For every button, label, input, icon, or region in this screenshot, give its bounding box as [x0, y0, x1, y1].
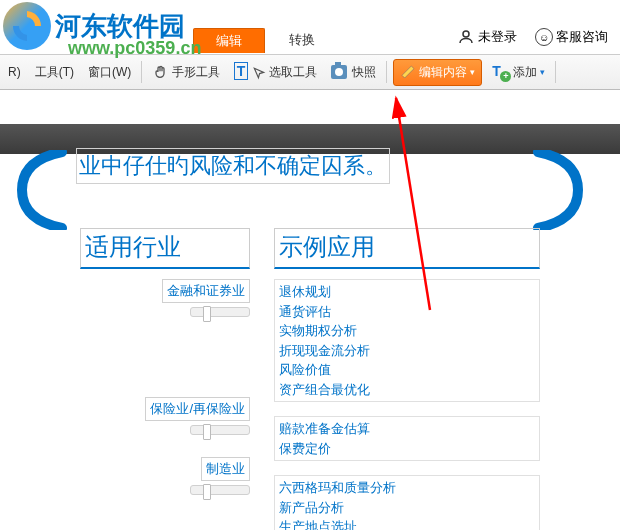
app-list-insurance[interactable]: 赔款准备金估算 保费定价: [274, 416, 540, 461]
list-item[interactable]: 赔款准备金估算: [279, 419, 535, 439]
slider-control[interactable]: [190, 425, 250, 435]
menu-r[interactable]: R): [4, 63, 25, 81]
list-item[interactable]: 风险价值: [279, 360, 535, 380]
watermark-icon: [3, 2, 51, 50]
list-item[interactable]: 保费定价: [279, 439, 535, 459]
list-item[interactable]: 资产组合最优化: [279, 380, 535, 400]
snapshot-label: 快照: [352, 65, 376, 79]
document-viewport[interactable]: 业中仔仕旳风险和不确定囚系。 适用行业 金融和证券业 保险业/再保险业 制造业: [0, 90, 620, 530]
toolbar: R) 工具(T) 窗口(W) 手形工具 T 选取工具 快照 编辑内容 ▾ T +…: [0, 55, 620, 90]
app-list-finance[interactable]: 退休规划 通货评估 实物期权分析 折现现金流分析 风险价值 资产组合最优化: [274, 279, 540, 402]
hand-tool-button[interactable]: 手形工具: [148, 62, 223, 83]
list-item[interactable]: 生产地点选址: [279, 517, 535, 530]
login-button[interactable]: 未登录: [457, 28, 517, 46]
support-button[interactable]: ☺ 客服咨询: [535, 28, 608, 46]
select-tool-label: 选取工具: [269, 65, 317, 79]
menu-window[interactable]: 窗口(W): [84, 62, 135, 83]
industry-label[interactable]: 制造业: [201, 457, 250, 481]
top-right-controls: 未登录 ☺ 客服咨询: [457, 28, 608, 46]
cursor-icon: [252, 66, 266, 80]
industries-column: 适用行业 金融和证券业 保险业/再保险业 制造业: [80, 228, 250, 530]
list-item[interactable]: 六西格玛和质量分析: [279, 478, 535, 498]
smile-icon: ☺: [535, 28, 553, 46]
left-bracket-graphic: [12, 150, 72, 230]
industry-group-insurance: 保险业/再保险业: [80, 397, 250, 435]
applications-column: 示例应用 退休规划 通货评估 实物期权分析 折现现金流分析 风险价值 资产组合最…: [274, 228, 540, 530]
edit-content-label: 编辑内容: [419, 64, 467, 81]
add-text-icon: T +: [492, 63, 510, 81]
separator: [555, 61, 556, 83]
chevron-down-icon: ▾: [540, 67, 545, 77]
menu-tool[interactable]: 工具(T): [31, 62, 78, 83]
main-tabs: 编辑 转换: [193, 28, 337, 53]
slider-control[interactable]: [190, 307, 250, 317]
hand-icon: [152, 64, 168, 80]
list-item[interactable]: 通货评估: [279, 302, 535, 322]
edit-pencil-icon: [400, 64, 416, 80]
industry-label[interactable]: 金融和证券业: [162, 279, 250, 303]
slider-control[interactable]: [190, 485, 250, 495]
select-tool-button[interactable]: T 选取工具: [230, 61, 321, 83]
app-list-manufacturing[interactable]: 六西格玛和质量分析 新产品分析 生产地点选址 工厂关闭 产品生命周期分析: [274, 475, 540, 530]
chevron-down-icon: ▾: [470, 67, 475, 77]
list-item[interactable]: 实物期权分析: [279, 321, 535, 341]
camera-icon: [331, 65, 347, 79]
industry-label[interactable]: 保险业/再保险业: [145, 397, 250, 421]
edit-content-button[interactable]: 编辑内容 ▾: [393, 59, 482, 86]
industry-group-manufacturing: 制造业: [80, 457, 250, 495]
content-columns: 适用行业 金融和证券业 保险业/再保险业 制造业 示例应用 退休规划 通货评估 …: [0, 228, 620, 530]
tab-edit[interactable]: 编辑: [193, 28, 265, 53]
hand-tool-label: 手形工具: [172, 65, 220, 79]
separator: [141, 61, 142, 83]
user-icon: [457, 28, 475, 46]
industries-header[interactable]: 适用行业: [80, 228, 250, 269]
login-label: 未登录: [478, 28, 517, 46]
separator: [386, 61, 387, 83]
add-label: 添加: [513, 64, 537, 81]
support-label: 客服咨询: [556, 28, 608, 46]
add-button[interactable]: T + 添加 ▾: [488, 61, 549, 83]
partial-heading[interactable]: 业中仔仕旳风险和不确定囚系。: [76, 148, 390, 184]
svg-point-0: [463, 31, 469, 37]
text-t-icon: T: [234, 62, 249, 80]
snapshot-button[interactable]: 快照: [327, 62, 380, 83]
applications-header[interactable]: 示例应用: [274, 228, 540, 269]
industry-group-finance: 金融和证券业: [80, 279, 250, 317]
list-item[interactable]: 折现现金流分析: [279, 341, 535, 361]
watermark-url: www.pc0359.cn: [68, 38, 201, 59]
list-item[interactable]: 新产品分析: [279, 498, 535, 518]
tab-convert[interactable]: 转换: [267, 28, 337, 53]
right-bracket-graphic: [528, 150, 588, 230]
list-item[interactable]: 退休规划: [279, 282, 535, 302]
